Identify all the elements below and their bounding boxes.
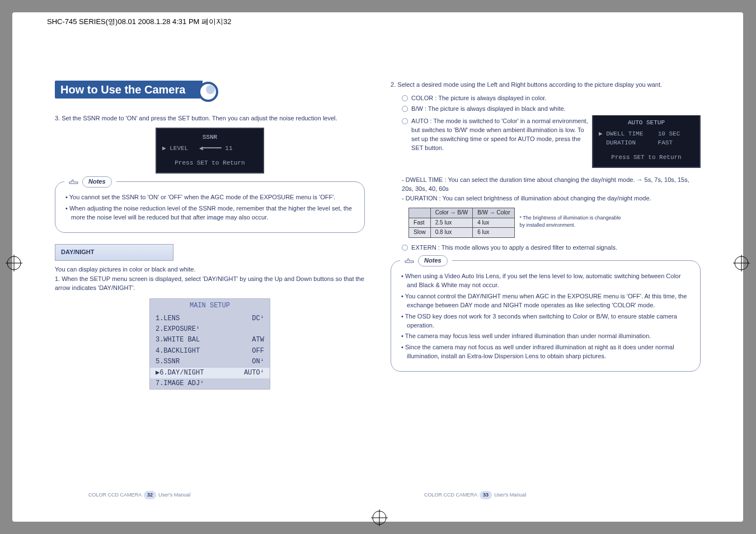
menu-row: 7.IMAGE ADJꜜ [150, 378, 270, 389]
osd-level-row: ▶ LEVEL ◀━━━━━ 11 [162, 144, 257, 153]
daynight-step-1: 1. When the SETUP menu screen is display… [55, 275, 365, 293]
dwell-time-desc: - DWELL TIME : You can select the durati… [402, 176, 701, 194]
menu-row: 4.BACKLIGHTOFF [150, 346, 270, 357]
crop-mark-right [733, 255, 750, 271]
page-number: 32 [144, 491, 156, 499]
page-spread: How to Use the Camera 3. Set the SSNR mo… [55, 81, 701, 475]
osd-footer: Press SET to Return [599, 153, 694, 162]
right-body: 2. Select a desired mode using the Left … [391, 81, 701, 372]
left-body: 3. Set the SSNR mode to 'ON' and press t… [55, 114, 365, 390]
page-footer-left: COLOR CCD CAMERA 32 User's Manual [88, 491, 190, 499]
section-title: How to Use the Camera [60, 83, 185, 96]
menu-title: MAIN SETUP [150, 299, 270, 313]
page-number: 33 [480, 491, 492, 499]
menu-row: 1.LENSDCꜜ [150, 313, 270, 324]
note-item: The camera may focus less well under inf… [401, 332, 690, 341]
table-row: Fast2.5 lux4 lux [409, 218, 515, 228]
auto-setup-osd: AUTO SETUP ▶ DWELL TIME 10 SEC DURATION … [592, 115, 701, 168]
note-item: The OSD key does not work for 3 seconds … [401, 312, 690, 330]
footer-suffix: User's Manual [158, 491, 190, 499]
footer-brand: COLOR CCD CAMERA [424, 491, 477, 499]
osd-footer: Press SET to Return [162, 159, 257, 168]
note-item: Since the camera may not focus as well u… [401, 343, 690, 361]
table-row: Slow0.8 lux6 lux [409, 228, 515, 238]
note-item: You cannot control the DAY/NIGHT menu wh… [401, 292, 690, 310]
section-ornament-dot [206, 85, 215, 94]
bullet-icon [402, 106, 408, 112]
pointing-hand-icon [69, 178, 79, 186]
notes-label: Notes [418, 255, 448, 266]
notes-box-right: Notes When using a Video Auto Iris Lens,… [391, 260, 701, 372]
section-header: How to Use the Camera [55, 81, 203, 101]
menu-row: ▶6.DAY/NIGHTAUTOꜜ [150, 368, 270, 378]
bullet-icon [402, 95, 408, 101]
footer-brand: COLOR CCD CAMERA [88, 491, 142, 499]
table-footnote: * The brightness of illumination is chan… [519, 214, 621, 229]
main-setup-menu: MAIN SETUP 1.LENSDCꜜ2.EXPOSUREꜜ3.WHITE B… [149, 298, 270, 390]
menu-row: 5.SSNRONꜜ [150, 357, 270, 367]
menu-row: 3.WHITE BALATW [150, 335, 270, 345]
page-32: How to Use the Camera 3. Set the SSNR mo… [55, 81, 365, 475]
notes-box-left: Notes You cannot set the SSNR to 'ON' or… [55, 181, 365, 233]
manual-spread: SHC-745 SERIES(영)08.01 2008.1.28 4:31 PM… [12, 12, 743, 522]
duration-desc: - DURATION : You can select brightness o… [402, 194, 701, 203]
note-item: When using a Video Auto Iris Lens, if yo… [401, 272, 690, 290]
bullet-icon [402, 118, 408, 124]
notes-label: Notes [82, 176, 112, 188]
opt-color: COLOR : The picture is always displayed … [402, 94, 701, 103]
ssnr-osd: SSNR ▶ LEVEL ◀━━━━━ 11 Press SET to Retu… [156, 128, 264, 174]
note-item: When adjusting the noise reduction level… [65, 204, 354, 222]
step-3: 3. Set the SSNR mode to 'ON' and press t… [55, 114, 365, 123]
bullet-icon [402, 245, 408, 251]
osd-duration-row: DURATION FAST [599, 139, 694, 148]
page-footer-right: COLOR CCD CAMERA 33 User's Manual [424, 491, 526, 499]
osd-title: SSNR [162, 133, 257, 142]
crop-mark-bottom [371, 509, 388, 526]
note-item: You cannot set the SSNR to 'ON' or 'OFF'… [65, 193, 354, 202]
illumination-table: Color → B/WB/W → Color Fast2.5 lux4 lux … [408, 208, 515, 238]
print-header: SHC-745 SERIES(영)08.01 2008.1.28 4:31 PM… [47, 17, 232, 27]
daynight-header: DAY/NIGHT [55, 244, 173, 261]
osd-dwell-row: ▶ DWELL TIME 10 SEC [599, 130, 694, 139]
osd-title: AUTO SETUP [599, 119, 694, 128]
crop-mark-left [6, 255, 22, 271]
page-33: 2. Select a desired mode using the Left … [391, 81, 701, 475]
opt-auto: AUTO : The mode is switched to 'Color' i… [402, 117, 592, 153]
pointing-hand-icon [405, 257, 415, 265]
step-2: 2. Select a desired mode using the Left … [391, 81, 701, 90]
opt-extern: EXTERN : This mode allows you to apply a… [402, 243, 701, 252]
daynight-intro: You can display pictures in color or bla… [55, 265, 365, 274]
opt-bw: B/W : The picture is always displayed in… [402, 105, 701, 114]
footer-suffix: User's Manual [494, 491, 526, 499]
menu-row: 2.EXPOSUREꜜ [150, 324, 270, 335]
